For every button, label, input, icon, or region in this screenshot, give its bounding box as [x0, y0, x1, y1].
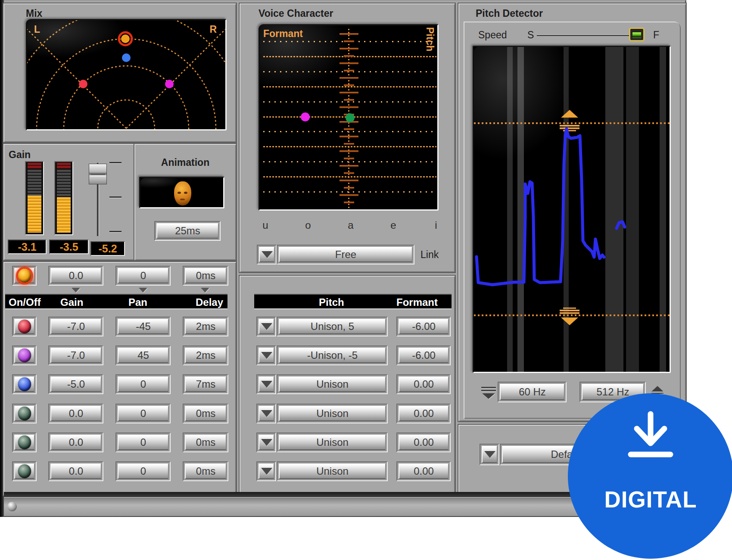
grid-line [263, 131, 436, 132]
pitch-ruler-tick [340, 136, 358, 137]
voice-delay-button-4[interactable]: 0ms [183, 432, 228, 452]
pitch-ruler-tick [340, 194, 358, 196]
voice-led-purple [18, 348, 31, 362]
voice-delay-button-5[interactable]: 0ms [183, 461, 228, 481]
formant-value-button-4[interactable]: 0.00 [396, 432, 451, 452]
voice-character-panel: Voice Character Formant Pitch u o a e i … [240, 3, 455, 272]
pitch-axis-label: Pitch [424, 27, 436, 51]
voice-pan-button-5[interactable]: 0 [115, 461, 171, 481]
speed-label: Speed [478, 29, 507, 41]
voice-gain-button-4[interactable]: 0.0 [48, 432, 103, 452]
preset-dropdown-arrow-button[interactable] [480, 444, 499, 465]
voice-pan-button-0[interactable]: -45 [115, 317, 171, 336]
interval-dropdown-0[interactable]: Unison, 5 [277, 317, 388, 336]
dropdown-arrow-icon [261, 468, 272, 475]
mix-pan-field[interactable] [27, 20, 225, 129]
gain-value-right: -3.5 [49, 240, 89, 254]
interval-dropdown-arrow-button-2[interactable] [256, 374, 276, 394]
pitch-ruler-tick [340, 150, 358, 152]
voice-onoff-led-button-2[interactable] [12, 374, 37, 394]
animation-panel: Animation 25ms [134, 144, 236, 260]
pitch-ruler-tick [344, 187, 354, 189]
dropdown-arrow-icon [261, 352, 272, 359]
interval-dropdown-2[interactable]: Unison [277, 374, 388, 394]
voice-pan-button-2[interactable]: 0 [115, 374, 171, 394]
interval-dropdown-arrow-button-1[interactable] [256, 345, 276, 365]
speed-slider-track[interactable] [537, 35, 630, 37]
gain-panel: Gain -3.1 -3.5 -5.2 [3, 144, 134, 260]
interval-dropdown-arrow-button-4[interactable] [256, 432, 276, 452]
animation-rate-label: 25ms [156, 223, 218, 239]
animation-display [139, 177, 224, 208]
dropdown-arrow-icon [261, 381, 272, 388]
speed-slow-label: S [527, 29, 534, 41]
dropdown-arrow-icon [262, 251, 273, 258]
interval-dropdown-1[interactable]: -Unison, -5 [277, 345, 388, 365]
formant-value-button-3[interactable]: 0.00 [396, 404, 451, 423]
voice-onoff-led-button-1[interactable] [12, 345, 37, 365]
mode-dropdown[interactable]: Free [277, 245, 414, 264]
gain-meter-right [54, 161, 73, 235]
interval-dropdown-4[interactable]: Unison [277, 432, 388, 452]
formant-dot-magenta[interactable] [301, 112, 310, 121]
pitch-ruler-tick [340, 106, 358, 108]
voice-rows: -7.0-452ms-7.0452ms-5.007ms0.000ms0.000m… [3, 262, 236, 495]
speed-handle-led [632, 32, 641, 36]
animation-title: Animation [134, 157, 236, 168]
voice-gain-button-0[interactable]: -7.0 [48, 317, 103, 336]
fader-tick-bottom [109, 231, 121, 233]
grid-line [263, 191, 436, 193]
gain-title: Gain [9, 149, 31, 161]
voice-led-green [18, 407, 31, 420]
formant-value-button-1[interactable]: -6.00 [396, 345, 451, 365]
voice-gain-button-1[interactable]: -7.0 [48, 345, 103, 365]
interval-dropdown-5[interactable]: Unison [277, 461, 388, 481]
formant-dot-green[interactable] [346, 113, 355, 122]
interval-dropdown-3[interactable]: Unison [277, 404, 388, 423]
fader-knob[interactable] [89, 164, 107, 184]
interval-dropdown-arrow-button-3[interactable] [256, 404, 276, 423]
voice-onoff-led-button-5[interactable] [12, 461, 37, 481]
voice-led-green [18, 436, 31, 449]
voice-pan-button-1[interactable]: 45 [115, 345, 171, 365]
pitch-ruler-tick [344, 128, 354, 130]
pitch-scope-field [474, 47, 670, 372]
mix-panel: Mix L R [3, 3, 236, 142]
vowel-e: e [385, 219, 402, 231]
voice-pan-button-4[interactable]: 0 [115, 432, 171, 452]
voice-character-display[interactable]: Formant Pitch [259, 24, 439, 211]
interval-dropdown-arrow-button-5[interactable] [256, 461, 276, 481]
vowel-o: o [299, 219, 317, 231]
voice-delay-button-1[interactable]: 2ms [183, 345, 228, 365]
interval-dropdown-arrow-button-0[interactable] [256, 317, 276, 336]
digital-badge: DIGITAL [568, 393, 732, 559]
voice-delay-button-3[interactable]: 0ms [183, 404, 228, 423]
voice-gain-button-2[interactable]: -5.0 [48, 374, 103, 394]
voice-onoff-led-button-0[interactable] [12, 317, 37, 336]
voice-gain-button-3[interactable]: 0.0 [48, 404, 103, 423]
grid-line [263, 176, 436, 177]
mix-display[interactable]: L R [26, 19, 227, 131]
face-icon [174, 181, 191, 205]
fader-value: -5.2 [90, 241, 125, 256]
formant-value-button-5[interactable]: 0.00 [396, 461, 451, 481]
low-freq-button[interactable]: 60 Hz [498, 382, 567, 402]
pitch-curve [474, 47, 670, 371]
resize-ball-icon [7, 502, 17, 511]
formant-value-button-2[interactable]: 0.00 [396, 374, 451, 394]
voice-onoff-led-button-4[interactable] [12, 432, 37, 452]
voice-onoff-led-button-3[interactable] [12, 404, 37, 423]
mode-dropdown-arrow-button[interactable] [257, 245, 277, 264]
voice-delay-button-2[interactable]: 7ms [183, 374, 228, 394]
formant-value-button-0[interactable]: -6.00 [396, 317, 451, 336]
pitch-detector-panel: Pitch Detector Speed S F 60 Hz 512 Hz [458, 3, 686, 421]
animation-rate-button[interactable]: 25ms [154, 221, 221, 241]
formant-grid [260, 25, 437, 209]
voice-gain-button-5[interactable]: 0.0 [48, 461, 103, 481]
voice-delay-button-0[interactable]: 2ms [183, 317, 228, 336]
voice-pan-button-3[interactable]: 0 [115, 404, 171, 423]
pitch-ruler-tick [340, 180, 358, 181]
speed-slider-handle[interactable] [629, 28, 645, 41]
pitch-ruler-tick [344, 158, 354, 159]
range-collapse-icon[interactable] [481, 387, 496, 400]
